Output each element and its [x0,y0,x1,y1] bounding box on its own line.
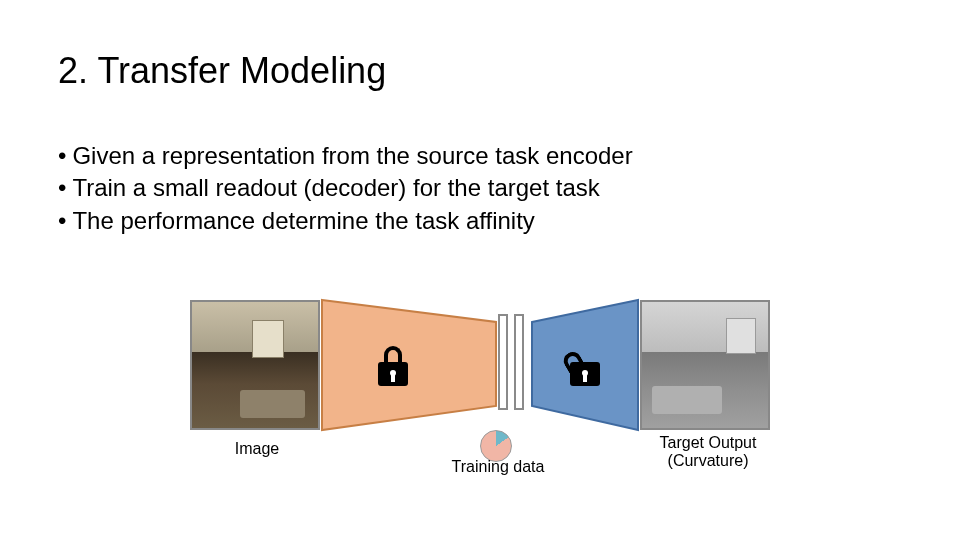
bullet-list: •Given a representation from the source … [58,140,633,237]
bullet-text: The performance determine the task affin… [72,205,534,237]
slide-title: 2. Transfer Modeling [58,50,386,92]
output-label-line2: (Curvature) [628,452,788,470]
bullet-item: •The performance determine the task affi… [58,205,633,237]
transfer-diagram: Image Training data Target Output (Curva… [180,280,780,500]
bullet-text: Given a representation from the source t… [72,140,632,172]
output-label-line1: Target Output [628,434,788,452]
bullet-item: •Given a representation from the source … [58,140,633,172]
input-image [190,300,320,430]
lock-closed-icon [378,346,408,386]
input-label: Image [212,440,302,458]
output-label: Target Output (Curvature) [628,434,788,471]
encoder-shape [322,300,496,430]
lock-open-icon [570,346,600,386]
bullet-text: Train a small readout (decoder) for the … [72,172,599,204]
bottleneck-icon [498,314,524,410]
bullet-item: •Train a small readout (decoder) for the… [58,172,633,204]
training-label: Training data [438,458,558,476]
output-image [640,300,770,430]
